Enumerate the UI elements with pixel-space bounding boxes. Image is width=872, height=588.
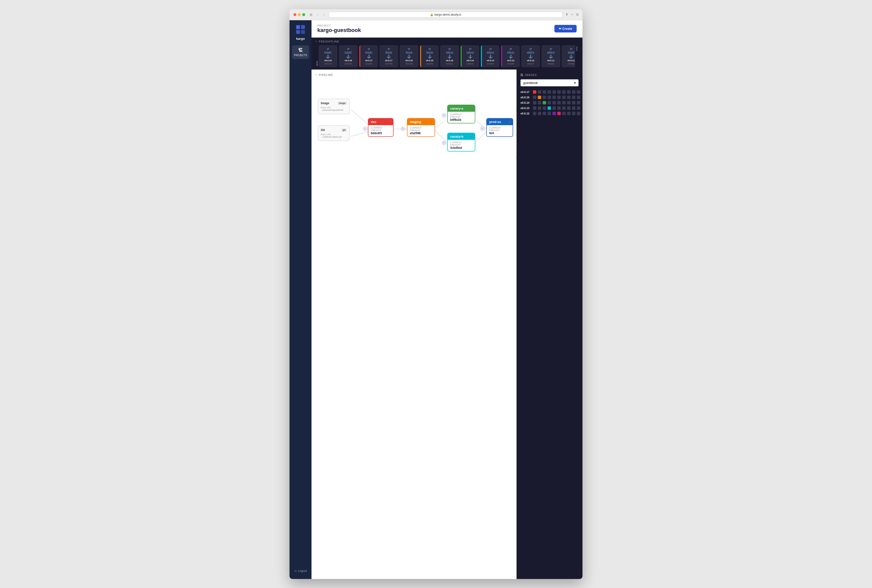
- color-dot-35: [577, 106, 580, 110]
- freight-card-11[interactable]: git a0987a ⚓ v0.0.11 08fba42: [542, 45, 560, 67]
- color-dot-41: [567, 112, 570, 115]
- freight-card-8[interactable]: canary-b git 436c13 ⚓ v0.0.13 3cbd5ed: [481, 45, 499, 67]
- svg-line-4: [351, 110, 369, 125]
- color-dot-9: [533, 96, 536, 99]
- freight-card-7[interactable]: git 436c13 ⚓ v0.0.14 b4f9a1b: [461, 45, 479, 67]
- projects-icon: 🏗: [298, 48, 303, 53]
- sync-icon-dev-left: ↻: [363, 127, 367, 131]
- canary-b-title: canary-b: [450, 135, 463, 138]
- color-dot-2: [547, 90, 551, 94]
- svg-rect-1: [301, 25, 305, 29]
- color-dot-12: [552, 96, 556, 99]
- color-dot-37: [538, 112, 541, 115]
- freightline-label: ⑂ FREIGHTLINE: [316, 40, 579, 43]
- freight-card-5[interactable]: git f6c13a ⚓ v0.0.15 afa2598: [420, 45, 439, 67]
- sidebar-item-projects[interactable]: 🏗 PROJECTS: [292, 45, 309, 59]
- logout-icon: ↪: [294, 569, 296, 573]
- project-title: kargo-guestbook: [317, 27, 361, 33]
- version-row-3: v0.0.13: [520, 106, 579, 110]
- images-label: 🖼 IMAGES: [520, 74, 579, 76]
- canary-a-heart[interactable]: ♥: [471, 107, 472, 110]
- color-dot-27: [533, 106, 536, 110]
- image-source-node: Image image Repo URL ...jessesuen/guestb…: [318, 99, 350, 114]
- sidebar-item-label: PROJECTS: [294, 54, 307, 57]
- staging-heart[interactable]: ♥: [430, 120, 432, 123]
- freight-card-1[interactable]: git 510a87 ⚓ v0.0.18 8155c85: [339, 45, 358, 67]
- share-icon[interactable]: ⬆: [565, 12, 568, 16]
- color-dot-18: [533, 101, 536, 104]
- canary-a-node[interactable]: canary-a ♥ CURRENT FREIGHT b4f9a1b: [447, 105, 475, 123]
- color-dot-33: [567, 106, 570, 110]
- tabs-icon[interactable]: ⧉: [576, 12, 579, 16]
- freight-card-12[interactable]: git dcaaf9 ⚓ v0.0.11 27e5f62: [562, 45, 575, 67]
- dev-node[interactable]: dev ♥ CURRENT FREIGHT 6ddc6f3: [368, 118, 394, 137]
- app-container: kargo 🏗 PROJECTS ↪ Logout PROJECT kargo-…: [290, 20, 582, 579]
- dev-heart[interactable]: ♥: [389, 120, 391, 123]
- freight-card-3[interactable]: git f6c13a ⚓ v0.0.17 4c87558: [380, 45, 398, 67]
- freight-card-2[interactable]: git 510a87 ⚓ v0.0.17 6ddc6f3: [359, 45, 378, 67]
- svg-line-8: [435, 130, 446, 141]
- prod-us-title: prod-us: [489, 120, 501, 124]
- color-dot-39: [547, 112, 551, 115]
- freight-card-6[interactable]: git 436c13 ⚓ v0.0.15 fbe01aa: [441, 45, 459, 67]
- prod-us-header: prod-us ♥: [487, 118, 513, 125]
- image-node-title: Image: [321, 102, 329, 105]
- create-button[interactable]: ✏ Create: [555, 25, 577, 33]
- color-dot-14: [562, 96, 565, 99]
- dev-title: dev: [371, 120, 376, 124]
- nav-back[interactable]: ‹: [316, 12, 320, 17]
- version-row-4: v0.0.12: [520, 112, 579, 115]
- freight-card-9[interactable]: git 436c13 ⚓ v0.0.12 67d09f9: [501, 45, 520, 67]
- color-dot-24: [567, 101, 570, 104]
- main-content: PROJECT kargo-guestbook ✏ Create ⑂ FREIG…: [311, 20, 582, 579]
- version-tag-4: v0.0.12: [520, 112, 531, 115]
- canary-a-body: CURRENT FREIGHT b4f9a1b: [448, 112, 475, 123]
- logout-button[interactable]: ↪ Logout: [292, 567, 310, 575]
- svg-rect-2: [296, 30, 300, 34]
- color-dot-1: [543, 90, 546, 94]
- address-bar[interactable]: 🔒 kargo.demo.akuity.io: [329, 12, 562, 18]
- color-dot-38: [543, 112, 546, 115]
- color-dot-29: [543, 106, 546, 110]
- color-dot-3: [552, 90, 556, 94]
- svg-line-10: [477, 132, 486, 141]
- canary-b-heart[interactable]: ♥: [471, 135, 472, 138]
- prod-us-heart[interactable]: ♥: [508, 120, 510, 123]
- color-dot-4: [557, 90, 561, 94]
- new-tab-icon[interactable]: +: [571, 12, 573, 16]
- color-dot-pink: [557, 112, 561, 115]
- bottom-panels: ⑂ PIPELINE: [311, 69, 582, 579]
- freight-scroll: git 510a87 ⚓ v0.0.19 d4072e4 git 510a87 …: [319, 45, 575, 67]
- browser-window: ⊞ ‹ › 🔒 kargo.demo.akuity.io ⬆ + ⧉ kargo…: [290, 9, 582, 579]
- prod-us-node[interactable]: prod-us ♥ CURRENT FREIGHT N/A: [486, 118, 513, 137]
- image-badge: image: [338, 102, 347, 105]
- freightline-section: ⑂ FREIGHTLINE NEW git 510a87 ⚓ v0.0.19 d…: [311, 38, 582, 69]
- close-button[interactable]: [293, 13, 296, 16]
- canary-b-node[interactable]: canary-b ♥ CURRENT FREIGHT 3cbd5ed: [447, 133, 475, 152]
- color-dot-40: [562, 112, 565, 115]
- staging-node[interactable]: staging ♥ CURRENT FREIGHT afa2598: [407, 118, 435, 137]
- color-dot-6: [567, 90, 570, 94]
- color-dot-23: [562, 101, 565, 104]
- sync-icon-canary-b-left: ↻: [442, 141, 446, 145]
- sync-icon-canary-a-left: ↻: [442, 113, 446, 118]
- nav-sidebar-toggle[interactable]: ⊞: [308, 12, 314, 17]
- freight-card-0[interactable]: git 510a87 ⚓ v0.0.19 d4072e4: [319, 45, 337, 67]
- svg-rect-0: [296, 25, 300, 29]
- freight-card-10[interactable]: git a0987a ⚓ v0.0.12 16fe017: [522, 45, 540, 67]
- nav-forward[interactable]: ›: [322, 12, 326, 17]
- color-dot-43: [577, 112, 580, 115]
- images-dropdown[interactable]: guestbook ▾: [520, 79, 579, 86]
- color-dot-32: [562, 106, 565, 110]
- color-dot-10: [543, 96, 546, 99]
- freight-card-4[interactable]: git f6c13a ⚓ v0.0.16 75622b6: [400, 45, 418, 67]
- browser-chrome: ⊞ ‹ › 🔒 kargo.demo.akuity.io ⬆ + ⧉: [290, 9, 582, 20]
- pipeline-label: ⑂ PIPELINE: [316, 74, 513, 76]
- color-dot-16: [572, 96, 576, 99]
- minimize-button[interactable]: [298, 13, 301, 16]
- pipeline-icon: ⑂: [316, 74, 317, 76]
- project-header: PROJECT kargo-guestbook ✏ Create: [311, 20, 582, 38]
- color-dot-21: [552, 101, 556, 104]
- maximize-button[interactable]: [302, 13, 305, 16]
- color-dot-19: [538, 101, 541, 104]
